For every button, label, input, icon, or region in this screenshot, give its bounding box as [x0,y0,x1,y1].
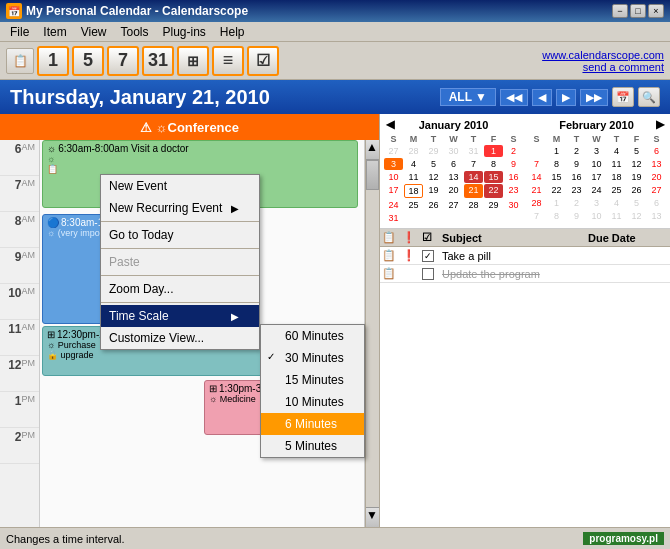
next-next-btn[interactable]: ▶▶ [580,89,608,106]
prev-btn[interactable]: ◀ [532,89,552,106]
search-btn[interactable]: 🔍 [638,87,660,107]
conference-label: ⚠ ☼Conference [140,120,239,135]
view-tasks-btn[interactable]: ☑ [247,46,279,76]
next-btn[interactable]: ▶ [556,89,576,106]
task2-icon: 📋 [382,267,402,280]
time-10min[interactable]: 10 Minutes [261,391,364,413]
time-column: 6AM 7AM 8AM 9AM 10AM 11AM 12PM 1PM 2PM [0,140,40,527]
comment-link[interactable]: send a comment [542,61,664,73]
time-30min[interactable]: ✓ 30 Minutes [261,347,364,369]
task-list-header: 📋 ❗ ☑ Subject Due Date [380,229,670,247]
jan-month-label: January 2010 [419,119,489,131]
view-list-btn[interactable]: ≡ [212,46,244,76]
minimize-button[interactable]: − [612,4,628,18]
task-row-2[interactable]: 📋 Update the program [380,265,670,283]
window-controls: − □ × [612,4,664,18]
toolbar-links: www.calendarscope.com send a comment [542,49,664,73]
all-button[interactable]: ALL ▼ [440,88,496,106]
time-7am: 7AM [0,176,39,212]
ctx-sep-2 [101,248,259,249]
task1-checkbox[interactable]: ✓ [422,250,434,262]
jan-grid: S M T W T F S 27 28 29 30 31 1 2 3 [384,134,523,224]
task2-checkbox[interactable] [422,268,434,280]
col-due: Due Date [588,232,668,244]
task-row-1[interactable]: 📋 ❗ ✓ Take a pill [380,247,670,265]
ctx-go-today[interactable]: Go to Today [101,224,259,246]
current-date: Thursday, January 21, 2010 [10,86,270,109]
ctx-paste: Paste [101,251,259,273]
time-2pm: 2PM [0,428,39,464]
time-scale-arrow: ▶ [231,311,239,322]
task1-priority: ❗ [402,249,422,262]
task1-name: Take a pill [442,250,588,262]
submenu-arrow: ▶ [231,203,239,214]
prev-prev-btn[interactable]: ◀◀ [500,89,528,106]
task-list: 📋 ❗ ☑ Subject Due Date 📋 ❗ ✓ Take a pill… [380,229,670,527]
status-text: Changes a time interval. [6,533,125,545]
menu-file[interactable]: File [4,24,35,40]
mini-cal-february: ◀ February 2010 ▶ S M T W T F S 1 2 3 [527,118,666,224]
menu-bar: File Item View Tools Plug-ins Help [0,22,670,42]
time-8am: 8AM [0,212,39,248]
time-11am: 11AM [0,320,39,356]
jan-cal-header: ◀ January 2010 ▶ [384,118,523,131]
ctx-new-recurring[interactable]: New Recurring Event ▶ [101,197,259,219]
ctx-sep-3 [101,275,259,276]
date-controls: ALL ▼ ◀◀ ◀ ▶ ▶▶ 📅 🔍 [440,87,660,107]
time-15min[interactable]: 15 Minutes [261,369,364,391]
left-panel: ⚠ ☼Conference 6AM 7AM 8AM 9AM 10AM 11AM … [0,114,380,527]
time-12pm: 12PM [0,356,39,392]
mini-cal-january: ◀ January 2010 ▶ S M T W T F S 27 28 29 … [384,118,523,224]
time-5min[interactable]: 5 Minutes [261,435,364,457]
status-bar: Changes a time interval. programosy.pl [0,527,670,549]
col-icon1: 📋 [382,231,402,244]
task1-icon: 📋 [382,249,402,262]
menu-item[interactable]: Item [37,24,72,40]
maximize-button[interactable]: □ [630,4,646,18]
feb-grid: S M T W T F S 1 2 3 4 5 6 7 [527,134,666,222]
col-subject: Subject [442,232,588,244]
jan-prev-btn[interactable]: ◀ [384,118,396,131]
website-link[interactable]: www.calendarscope.com [542,49,664,61]
feb-next-btn[interactable]: ▶ [654,118,666,131]
menu-view[interactable]: View [75,24,113,40]
feb-cal-header: ◀ February 2010 ▶ [527,118,666,131]
menu-plugins[interactable]: Plug-ins [157,24,212,40]
view-grid-btn[interactable]: ⊞ [177,46,209,76]
task2-name: Update the program [442,268,588,280]
menu-help[interactable]: Help [214,24,251,40]
time-6am: 6AM [0,140,39,176]
app-icon: 📅 [6,3,22,19]
main-content: ⚠ ☼Conference 6AM 7AM 8AM 9AM 10AM 11AM … [0,114,670,527]
mini-calendars: ◀ January 2010 ▶ S M T W T F S 27 28 29 … [380,114,670,229]
ctx-zoom-day[interactable]: Zoom Day... [101,278,259,300]
ctx-sep-4 [101,302,259,303]
view-month-btn[interactable]: 31 [142,46,174,76]
vertical-scrollbar[interactable]: ▲ ▼ [365,140,379,527]
ctx-new-event[interactable]: New Event [101,175,259,197]
menu-tools[interactable]: Tools [114,24,154,40]
toolbar: 📋 1 5 7 31 ⊞ ≡ ☑ www.calendarscope.com s… [0,42,670,80]
title-bar: 📅 My Personal Calendar - Calendarscope −… [0,0,670,22]
col-icon2: ❗ [402,231,422,244]
time-6min[interactable]: 6 Minutes [261,413,364,435]
ctx-sep-1 [101,221,259,222]
time-scale-submenu: 60 Minutes ✓ 30 Minutes 15 Minutes 10 Mi… [260,324,365,458]
calendar-view-btn[interactable]: 📅 [612,87,634,107]
view-day-btn[interactable]: 1 [37,46,69,76]
right-panel: ◀ January 2010 ▶ S M T W T F S 27 28 29 … [380,114,670,527]
brand-label: programosy.pl [583,532,664,545]
time-60min[interactable]: 60 Minutes [261,325,364,347]
view-5day-btn[interactable]: 5 [72,46,104,76]
conference-bar: ⚠ ☼Conference [0,114,379,140]
ctx-customize-view[interactable]: Customize View... [101,327,259,349]
ctx-time-scale[interactable]: Time Scale ▶ [101,305,259,327]
window-title: My Personal Calendar - Calendarscope [26,4,248,18]
close-button[interactable]: × [648,4,664,18]
time-1pm: 1PM [0,392,39,428]
date-bar: Thursday, January 21, 2010 ALL ▼ ◀◀ ◀ ▶ … [0,80,670,114]
time-10am: 10AM [0,284,39,320]
new-event-toolbar-btn[interactable]: 📋 [6,48,34,74]
view-week-btn[interactable]: 7 [107,46,139,76]
feb-month-label: February 2010 [559,119,634,131]
